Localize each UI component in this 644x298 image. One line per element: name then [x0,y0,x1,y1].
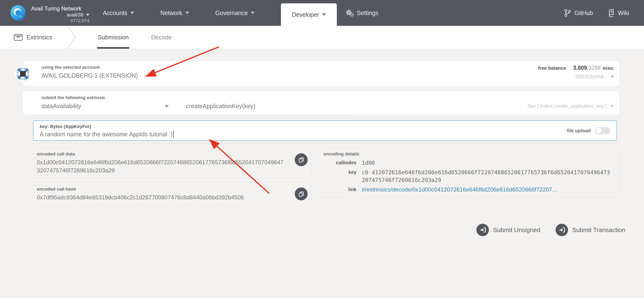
address-dropdown[interactable]: 5DDY2yzh8... [538,73,614,80]
copy-call-data-button[interactable] [295,153,308,166]
encoded-call-data-label: encoded call data [37,151,305,157]
decode-link[interactable]: #/extrinsics/decode/0x1d00c0412072616e64… [362,186,613,193]
encoding-row-callindex: callindex 1d00 [324,159,613,167]
pallet-value: dataAvailability [41,103,162,110]
key-param-label: key: Bytes (AppKeyFor) [40,124,174,129]
topbar-external-links: GitHub Wiki [549,0,629,26]
file-upload-toggle[interactable] [595,127,610,134]
chevron-down-icon [611,76,614,78]
envelope-icon [14,33,23,41]
breadcrumb: Extrinsics [14,26,52,49]
balance-integer: 3,809. [573,65,588,71]
main-content: using the selected account AVAIL GOLDBER… [0,49,644,298]
encoding-details-label: encoding details [324,151,613,157]
tab-decode[interactable]: Decode [150,26,172,49]
nav-accounts[interactable]: Accounts [103,9,134,16]
network-title: Avail Turing Network [31,5,90,12]
breadcrumb-chevron-icon [67,26,76,49]
tab-submission[interactable]: Submission [97,26,129,49]
brand: Avail Turing Network avail/38 #772,074 [10,0,90,26]
submit-unsigned-button[interactable]: Submit Unsigned [476,224,540,236]
pallet-select[interactable]: dataAvailability [41,103,169,110]
account-selector[interactable]: using the selected account AVAIL GOLDBER… [23,61,620,86]
chevron-down-icon [165,105,169,107]
chain-selector[interactable]: avail/38 [31,12,90,18]
git-branch-icon [564,9,571,17]
param-group: key: Bytes (AppKeyFor) A random name for… [30,118,620,144]
extrinsic-selector-card: submit the following extrinsic dataAvail… [23,91,620,115]
chevron-down-icon [610,105,614,107]
submit-transaction-label: Submit Transaction [572,226,625,234]
submit-transaction-button[interactable]: Submit Transaction [556,224,625,236]
chevron-down-icon [251,12,254,14]
toggle-knob [596,127,602,134]
key-param-value: A random name for the awesome AppIds tut… [40,131,172,138]
nav-settings[interactable]: Settings [346,8,378,17]
chevron-down-icon [322,13,326,16]
extrinsic-label: submit the following extrinsic [41,95,614,100]
row-label: link [324,186,362,193]
github-link[interactable]: GitHub [564,9,593,17]
encoding-row-key: key c0 412072616e646f6d206e616d6520666f7… [324,169,613,184]
account-label: using the selected account [41,65,138,70]
account-info: using the selected account AVAIL GOLDBER… [41,65,138,86]
encoded-call-hash-label: encoded call hash [37,187,305,192]
book-icon [608,9,614,17]
free-balance-label: free balance [538,65,566,71]
encoded-call-hash-box: encoded call hash 0x7df95adc9364d84e6531… [30,182,312,206]
copy-call-hash-button[interactable] [295,187,308,200]
submit-actions: Submit Unsigned Submit Transaction [23,224,625,236]
encoded-call-hash-value: 0x7df95adc9364d84e65319dcb406c2c1d267700… [37,193,305,202]
sign-in-icon [476,224,489,236]
method-select[interactable]: createApplicationKey(key) [186,103,255,110]
file-upload-label: file upload [567,128,591,133]
text-cursor [173,131,174,138]
main-nav: Accounts Network Governance Developer Se… [103,0,405,26]
chevron-down-icon [185,12,189,14]
tabs-bar: Extrinsics Submission Decode [0,26,644,49]
method-doc-toggle[interactable]: See [`Pallet::create_application_key`]. [527,103,614,109]
method-doc-text: See [`Pallet::create_application_key`]. [527,103,608,109]
encoded-call-data-box: encoded call data 0x1d00c0412072616e646f… [30,147,312,179]
key-hex-value: c0 412072616e646f6d206e616d6520666f72207… [362,169,613,184]
submit-unsigned-label: Submit Unsigned [493,226,540,234]
chevron-down-icon [86,14,90,16]
balance-unit: AVAIL [603,66,614,71]
top-bar: Avail Turing Network avail/38 #772,074 A… [0,0,644,26]
wiki-link[interactable]: Wiki [608,9,629,17]
nav-governance[interactable]: Governance [216,9,254,16]
section-title: Extrinsics [26,34,52,41]
address-short: 5DDY2yzh8... [576,73,608,80]
account-balance-block: free balance 3,809. 3298 AVAIL 5DDY2yzh8… [538,65,614,86]
account-identicon [14,65,32,82]
callindex-value: 1d00 [362,159,613,167]
nav-network[interactable]: Network [160,9,189,16]
nav-developer[interactable]: Developer [281,3,337,26]
copy-icon [298,191,304,197]
copy-icon [298,157,304,163]
encoded-call-data-value: 0x1d00c0412072616e646f6d206e616d6520666f… [37,158,305,175]
encoding-row-link: link #/extrinsics/decode/0x1d00c04120726… [324,186,613,193]
account-name: AVAIL GOLDBERG 1 (EXTENSION) [41,72,138,79]
sign-in-icon [556,224,568,236]
tab-list: Submission Decode [97,26,194,49]
chevron-down-icon [130,12,134,14]
balance-fraction: 3298 [588,65,601,71]
key-input-field[interactable]: key: Bytes (AppKeyFor) A random name for… [33,120,617,141]
gears-icon [346,8,354,17]
row-label: key [324,169,362,184]
avail-logo-icon [10,5,26,21]
row-label: callindex [324,159,362,167]
block-number: #772,074 [31,18,90,24]
encoding-details-box: encoding details callindex 1d00 key c0 4… [317,147,620,198]
